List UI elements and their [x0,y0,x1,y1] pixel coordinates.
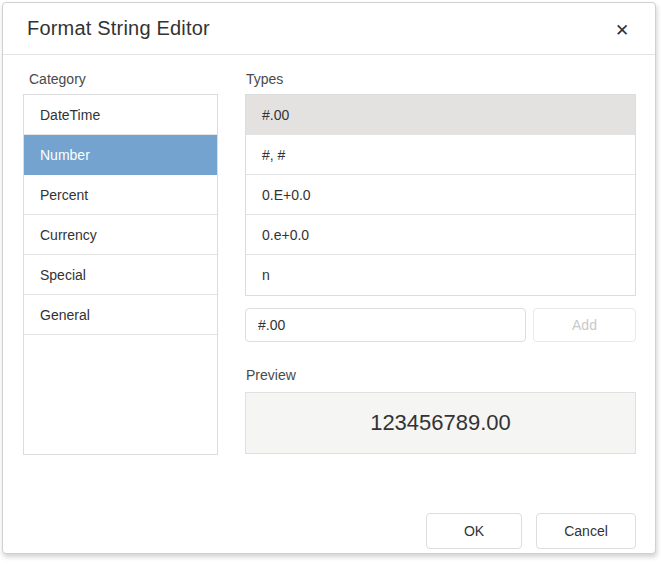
type-item[interactable]: #.00 [246,95,635,135]
screen: Format String Editor ✕ Category DateTime… [0,0,661,567]
category-item[interactable]: Special [24,255,217,295]
close-button[interactable]: ✕ [605,13,639,47]
category-item[interactable]: Percent [24,175,217,215]
cancel-button[interactable]: Cancel [536,513,636,549]
preview-value: 123456789.00 [370,410,511,436]
dialog-title: Format String Editor [27,17,210,40]
format-string-input[interactable] [245,308,526,342]
dialog-content: Category DateTimeNumberPercentCurrencySp… [3,55,655,553]
ok-button[interactable]: OK [426,513,522,549]
dialog-titlebar: Format String Editor ✕ [3,3,655,55]
types-label: Types [246,71,283,87]
type-item[interactable]: #, # [246,135,635,175]
format-string-editor-dialog: Format String Editor ✕ Category DateTime… [2,2,656,554]
add-button[interactable]: Add [533,308,636,342]
category-label: Category [29,71,86,87]
preview-label: Preview [246,367,296,383]
category-item[interactable]: General [24,295,217,335]
type-item[interactable]: n [246,255,635,295]
category-item[interactable]: Number [24,135,217,175]
type-item[interactable]: 0.e+0.0 [246,215,635,255]
close-icon: ✕ [615,20,629,41]
category-item[interactable]: DateTime [24,95,217,135]
type-item[interactable]: 0.E+0.0 [246,175,635,215]
category-item[interactable]: Currency [24,215,217,255]
category-list: DateTimeNumberPercentCurrencySpecialGene… [23,94,218,455]
preview-box: 123456789.00 [245,392,636,454]
types-list: #.00#, #0.E+0.00.e+0.0n [245,94,636,296]
